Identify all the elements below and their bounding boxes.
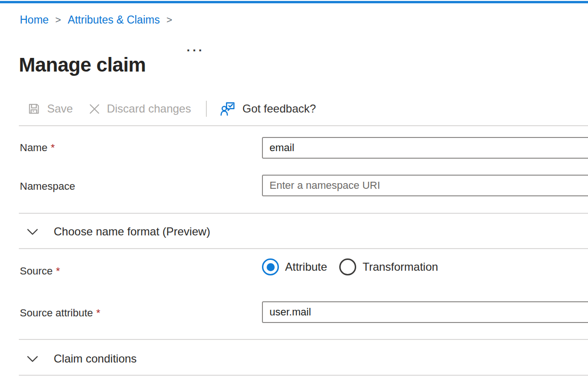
section-choose-name-format[interactable]: Choose name format (Preview) (19, 221, 588, 242)
breadcrumb-separator-icon: > (166, 13, 172, 26)
feedback-person-icon (220, 101, 236, 117)
required-marker: * (56, 265, 60, 277)
required-marker: * (51, 142, 55, 153)
panel-top-accent-bar (0, 1, 588, 3)
radio-option-transformation[interactable]: Transformation (339, 258, 438, 275)
name-label-text: Name (20, 142, 48, 153)
source-attribute-label-text: Source attribute (20, 307, 93, 319)
namespace-label-text: Namespace (20, 180, 75, 192)
radio-unselected-icon (339, 258, 356, 275)
radio-attribute-label: Attribute (285, 260, 327, 274)
namespace-field-label: Namespace (20, 180, 75, 193)
page-title: Manage claim (19, 53, 146, 77)
required-marker: * (96, 307, 100, 319)
source-field-label: Source* (20, 265, 60, 278)
section-claim-conditions-label: Claim conditions (54, 352, 137, 365)
name-input[interactable] (262, 137, 588, 159)
discard-changes-label: Discard changes (107, 102, 191, 115)
breadcrumb-link-attributes-claims[interactable]: Attributes & Claims (68, 13, 160, 26)
radio-selected-icon (262, 258, 279, 275)
source-radio-group: Attribute Transformation (262, 258, 438, 275)
title-more-menu-button[interactable]: ··· (187, 43, 204, 58)
divider (19, 248, 588, 249)
source-attribute-input[interactable] (262, 301, 588, 323)
divider (19, 375, 588, 376)
name-field-label: Name* (20, 141, 55, 154)
source-attribute-field-label: Source attribute* (20, 306, 100, 320)
got-feedback-button[interactable]: Got feedback? (220, 101, 316, 117)
breadcrumb-separator-icon: > (55, 13, 61, 26)
source-label-text: Source (20, 265, 53, 277)
got-feedback-label: Got feedback? (242, 102, 316, 115)
save-button[interactable]: Save (27, 102, 73, 116)
command-toolbar: Save Discard changes Got feedback? (27, 99, 316, 119)
chevron-down-icon (27, 355, 38, 363)
save-button-label: Save (47, 102, 73, 115)
dismiss-x-icon (88, 103, 101, 115)
namespace-input[interactable] (262, 175, 588, 196)
divider (19, 125, 588, 126)
save-icon (27, 102, 41, 116)
chevron-down-icon (27, 228, 38, 235)
radio-option-attribute[interactable]: Attribute (262, 258, 327, 275)
radio-dot (267, 263, 275, 271)
section-choose-name-format-label: Choose name format (Preview) (54, 225, 210, 238)
toolbar-divider (206, 101, 207, 117)
breadcrumb: Home > Attributes & Claims > (20, 13, 179, 26)
divider (19, 213, 588, 214)
divider (19, 339, 588, 340)
breadcrumb-link-home[interactable]: Home (20, 13, 49, 26)
section-claim-conditions[interactable]: Claim conditions (19, 348, 588, 369)
discard-changes-button[interactable]: Discard changes (88, 102, 191, 115)
radio-transformation-label: Transformation (362, 260, 438, 274)
